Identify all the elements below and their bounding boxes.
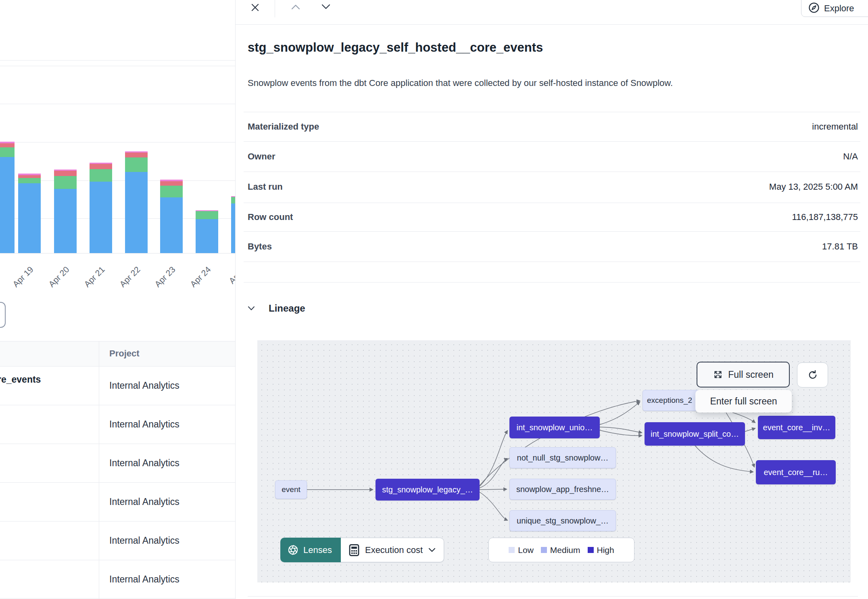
page-title: stg_snowplow_legacy_self_hosted__core_ev…: [248, 40, 543, 55]
meta-label: Owner: [248, 151, 275, 162]
lineage-node-exceptions[interactable]: exceptions_2: [643, 390, 700, 411]
lineage-section-header[interactable]: Lineage: [248, 303, 305, 314]
row-border: [0, 598, 235, 599]
meta-label: Last run: [248, 182, 283, 192]
x-tick-label: Apr 19: [0, 265, 35, 306]
execution-cost-label: Execution cost: [365, 545, 423, 555]
row-border: [0, 444, 235, 444]
lineage-node-int-snowplow-split[interactable]: int_snowplow_split_co…: [645, 422, 745, 446]
bar-segment-red: [0, 143, 15, 147]
bar-segment-red: [125, 153, 148, 157]
compass-icon: [808, 2, 820, 14]
bar-segment-blue: [18, 183, 41, 253]
row-border: [0, 560, 235, 560]
table-row[interactable]: Internal Analytics: [109, 458, 179, 469]
chevron-down-icon: [321, 4, 330, 10]
refresh-button[interactable]: [797, 362, 828, 387]
model-description: Snowplow events from the dbt Core applic…: [248, 78, 673, 88]
previous-button[interactable]: [290, 2, 301, 12]
lineage-node-event-core-ru[interactable]: event_core__ru…: [756, 460, 836, 484]
fullscreen-button[interactable]: Full screen: [697, 362, 790, 387]
gridline: [0, 104, 235, 104]
legend-item-medium: Medium: [541, 545, 580, 555]
chevron-down-icon: [428, 548, 436, 552]
lineage-node-stg-snowplow-legacy[interactable]: stg_snowplow_legacy_…: [376, 479, 480, 501]
meta-border: [244, 203, 860, 203]
table-row[interactable]: Internal Analytics: [109, 496, 179, 507]
table-row[interactable]: Internal Analytics: [109, 535, 179, 546]
table-row[interactable]: Internal Analytics: [109, 380, 179, 391]
execution-cost-dropdown[interactable]: Execution cost: [341, 538, 444, 562]
cropped-chart-button[interactable]: [0, 302, 6, 328]
bar-segment-green: [54, 176, 77, 189]
refresh-icon: [807, 369, 818, 381]
meta-value: incremental: [812, 121, 858, 132]
bar-segment-blue: [196, 219, 218, 253]
fullscreen-tooltip: Enter full screen: [695, 390, 792, 413]
section-divider: [248, 596, 858, 597]
lineage-node-event[interactable]: event: [275, 480, 307, 499]
close-icon: [250, 3, 260, 12]
meta-border: [244, 112, 860, 112]
explore-label: Explore: [824, 3, 854, 14]
header-border: [236, 24, 868, 25]
meta-value: N/A: [843, 151, 858, 162]
divider: [0, 66, 235, 66]
legend-label: Medium: [550, 545, 580, 555]
legend-item-high: High: [588, 545, 614, 555]
lineage-node-unique-test[interactable]: unique_stg_snowplow_…: [509, 510, 616, 531]
lineage-node-not-null-test[interactable]: not_null_stg_snowplow…: [509, 447, 616, 468]
bar-segment-pink: [18, 174, 41, 175]
lineage-node-snowplow-app-freshness[interactable]: snowplow_app_freshne…: [509, 479, 616, 500]
fullscreen-label: Full screen: [728, 369, 773, 380]
legend-swatch-low: [509, 547, 515, 553]
table-border: [0, 341, 235, 341]
row-border: [0, 405, 235, 405]
column-divider: [99, 341, 99, 599]
meta-label: Materialized type: [248, 121, 319, 132]
bar-segment-blue: [90, 182, 112, 253]
legend-label: High: [597, 545, 614, 555]
lineage-graph-canvas[interactable]: event stg_snowplow_legacy_… int_snowplow…: [257, 340, 851, 582]
row-border: [0, 482, 235, 483]
table-border: [0, 366, 235, 367]
aperture-icon: [288, 545, 298, 555]
meta-border: [244, 262, 860, 262]
bar-segment-red: [54, 171, 77, 176]
bar-segment-blue: [160, 197, 183, 253]
models-table: Project re_events Internal Analytics Int…: [0, 341, 235, 599]
legend-swatch-high: [588, 547, 594, 553]
lineage-node-int-snowplow-union[interactable]: int_snowplow_unio…: [509, 417, 600, 438]
row-border: [0, 521, 235, 522]
bar-segment-green: [125, 157, 148, 172]
x-tick-label: Apr 22: [101, 265, 142, 306]
legend-item-low: Low: [509, 545, 534, 555]
lineage-node-event-core-inv[interactable]: event_core__inv…: [758, 416, 835, 439]
divider: [0, 60, 235, 61]
x-tick-label: Apr 24: [172, 265, 213, 306]
gridline: [0, 142, 235, 142]
explore-button[interactable]: Explore: [801, 0, 868, 17]
table-row[interactable]: Internal Analytics: [109, 419, 179, 430]
legend-swatch-medium: [541, 547, 547, 553]
bar-segment-green: [196, 211, 218, 219]
bar-segment-green: [90, 169, 112, 182]
lenses-button[interactable]: Lenses: [280, 538, 341, 562]
bar-segment-red: [18, 175, 41, 178]
chevron-down-icon: [248, 306, 255, 311]
bar-segment-red: [90, 164, 112, 169]
bar-segment-pink: [90, 163, 112, 164]
bar-segment-red: [160, 181, 183, 186]
meta-label: Row count: [248, 212, 293, 222]
close-button[interactable]: [249, 1, 261, 13]
bar-segment-pink: [54, 170, 77, 171]
model-name-cell[interactable]: re_events: [0, 374, 41, 385]
legend-label: Low: [518, 545, 534, 555]
activity-chart[interactable]: Apr 19Apr 20Apr 21Apr 22Apr 23Apr 24Apr …: [0, 0, 235, 341]
meta-value: 116,187,138,775: [792, 212, 858, 222]
next-button[interactable]: [320, 2, 332, 12]
table-row[interactable]: Internal Analytics: [109, 574, 179, 585]
column-header-project: Project: [109, 348, 140, 359]
lenses-label: Lenses: [303, 545, 332, 555]
meta-border: [244, 282, 860, 283]
